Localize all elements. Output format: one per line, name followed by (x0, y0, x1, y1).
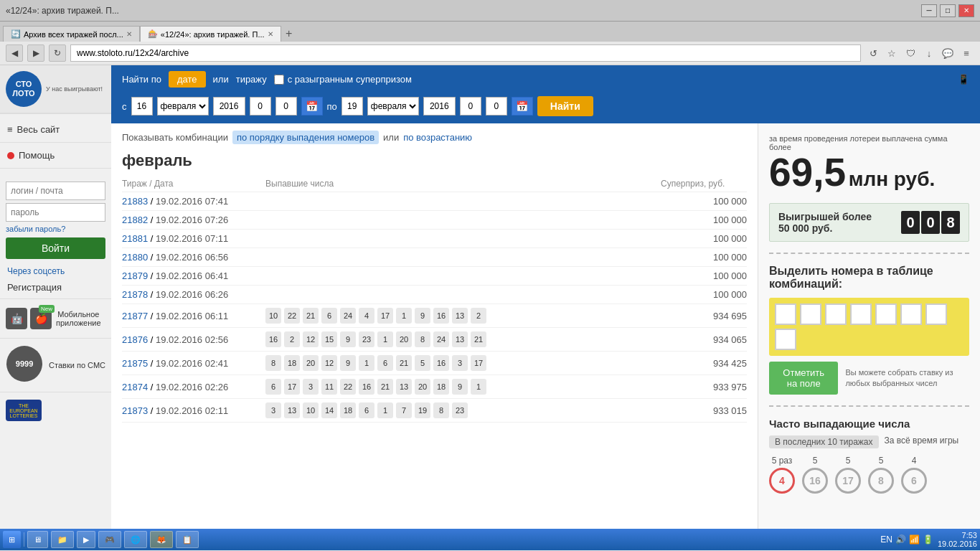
table-row: 21877 / 19.02.2016 06:11 10 22 21 6 24 4… (122, 304, 747, 328)
menu-icon[interactable]: ≡ (958, 45, 974, 61)
mark-button[interactable]: Отметить на поле (769, 362, 838, 395)
address-input[interactable] (70, 44, 861, 62)
tab-1[interactable]: 🔄 Архив всех тиражей посл... ✕ (3, 26, 140, 42)
forgot-password-link[interactable]: забыли пароль? (6, 225, 105, 233)
new-tab-button[interactable]: + (281, 26, 297, 42)
num-ball: 3 (452, 355, 468, 371)
logo-subtitle: У нас выигрывают! (46, 85, 103, 93)
sort-by-asc[interactable]: по возрастанию (403, 132, 472, 143)
superpriz-checkbox[interactable] (274, 75, 284, 85)
close-button[interactable]: ✕ (958, 4, 974, 17)
table-header: Тираж / Дата Выпавшие числа Суперприз, р… (122, 176, 747, 192)
download-icon[interactable]: ↓ (921, 45, 937, 61)
star-icon[interactable]: ☆ (884, 45, 900, 61)
num-ball: 12 (321, 355, 337, 371)
freq-tab-recent[interactable]: В последних 10 тиражах (769, 435, 879, 448)
network-icon[interactable]: 📶 (909, 534, 920, 545)
freq-count-1: 5 раз (772, 456, 793, 466)
date-tab[interactable]: дате (169, 71, 206, 88)
forward-button[interactable]: ▶ (27, 44, 44, 62)
find-button[interactable]: Найти (537, 96, 593, 116)
to-year-input[interactable] (423, 97, 456, 116)
to-day-input[interactable] (341, 97, 363, 116)
tab1-close[interactable]: ✕ (126, 30, 132, 38)
android-icon[interactable]: 🤖 (6, 308, 27, 329)
highlight-input-4[interactable] (850, 303, 872, 325)
num-ball: 6 (321, 308, 337, 324)
sort-by-order[interactable]: по порядку выпадения номеров (232, 131, 379, 144)
draw-link-21882[interactable]: 21882 (122, 215, 148, 225)
chat-icon[interactable]: 💬 (940, 45, 956, 61)
from-min-input[interactable] (275, 97, 297, 116)
freq-ball-4: 8 (868, 468, 894, 494)
freq-tabs: В последних 10 тиражах За всё время игры (769, 435, 969, 448)
taskbar-item-1[interactable]: 🖥 (27, 531, 48, 548)
from-label: с (122, 101, 127, 112)
highlight-input-3[interactable] (825, 303, 847, 325)
maximize-button[interactable]: □ (940, 4, 956, 17)
taskbar-item-7[interactable]: 📋 (176, 531, 199, 548)
clock: 7:53 19.02.2016 (938, 531, 977, 548)
draw-link-21881[interactable]: 21881 (122, 233, 148, 244)
to-min-input[interactable] (486, 97, 507, 116)
taskbar-item-6[interactable]: 🦊 (150, 531, 173, 548)
taskbar-separator (24, 532, 24, 547)
from-year-input[interactable] (213, 97, 245, 116)
sidebar-item-allsite[interactable]: ≡ Весь сайт (0, 120, 111, 139)
from-month-select[interactable]: февраля января марта (157, 97, 209, 116)
draw-link-21880[interactable]: 21880 (122, 252, 148, 263)
draw-link-21879[interactable]: 21879 (122, 270, 148, 281)
tab-2[interactable]: 🎰 «12/24»: архив тиражей. П... ✕ (140, 26, 281, 42)
highlight-input-1[interactable] (775, 303, 796, 325)
start-button[interactable]: ⊞ (3, 531, 21, 548)
draw-link-21877[interactable]: 21877 (122, 311, 148, 321)
from-day-input[interactable] (131, 97, 153, 116)
num-ball: 15 (321, 331, 337, 347)
to-hour-input[interactable] (460, 97, 481, 116)
from-hour-input[interactable] (250, 97, 271, 116)
draw-link-21873[interactable]: 21873 (122, 405, 148, 416)
password-input[interactable] (6, 203, 105, 222)
taskbar-item-3[interactable]: ▶ (77, 531, 95, 548)
prize-cell: 934 065 (661, 334, 747, 345)
highlight-input-2[interactable] (800, 303, 821, 325)
sort-label: Показывать комбинации (122, 132, 228, 143)
draw-link-21875[interactable]: 21875 (122, 358, 148, 369)
highlight-input-7[interactable] (925, 303, 947, 325)
taskbar-item-5[interactable]: 🌐 (124, 531, 147, 548)
num-ball: 1 (359, 355, 374, 371)
back-button[interactable]: ◀ (6, 44, 23, 62)
refresh-icon[interactable]: ↺ (865, 45, 881, 61)
freq-count-4: 5 (879, 456, 884, 466)
sidebar-item-help[interactable]: Помощь (0, 146, 111, 165)
draw-link-21883[interactable]: 21883 (122, 196, 148, 207)
to-calendar-button[interactable]: 📅 (512, 97, 533, 116)
freq-tab-alltime[interactable]: За всё время игры (885, 435, 959, 448)
highlight-input-5[interactable] (875, 303, 897, 325)
from-calendar-button[interactable]: 📅 (301, 97, 323, 116)
sidebar-item-register[interactable]: Регистрация (0, 279, 111, 296)
login-input[interactable] (6, 182, 105, 200)
taskbar-item-2[interactable]: 📁 (51, 531, 74, 548)
volume-icon[interactable]: 🔊 (895, 534, 906, 545)
draw-link-21876[interactable]: 21876 (122, 334, 148, 345)
superpriz-check[interactable]: с разыгранным суперпризом (274, 74, 412, 85)
apple-icon[interactable]: 🍎New (30, 308, 52, 329)
num-ball: 9 (415, 308, 430, 324)
draw-tab[interactable]: тиражу (236, 74, 267, 85)
shield-icon[interactable]: 🛡 (903, 45, 918, 61)
draw-link-21878[interactable]: 21878 (122, 289, 148, 300)
draw-link-21874[interactable]: 21874 (122, 382, 148, 392)
login-button[interactable]: Войти (6, 237, 105, 259)
refresh-button[interactable]: ↻ (49, 44, 66, 62)
table-row: 21882 / 19.02.2016 07:26 100 000 (122, 211, 747, 230)
minimize-button[interactable]: ─ (921, 4, 937, 17)
logo-text: СТОЛОТО (12, 80, 34, 98)
taskbar-item-4[interactable]: 🎮 (98, 531, 121, 548)
eu-badge: THEEUROPEANLOTTERIES (6, 400, 42, 421)
to-month-select[interactable]: февраля января марта (367, 97, 419, 116)
tab2-close[interactable]: ✕ (268, 30, 273, 38)
highlight-input-8[interactable] (775, 329, 796, 350)
sidebar-item-social[interactable]: Через соцсеть (0, 263, 111, 279)
highlight-input-6[interactable] (900, 303, 922, 325)
